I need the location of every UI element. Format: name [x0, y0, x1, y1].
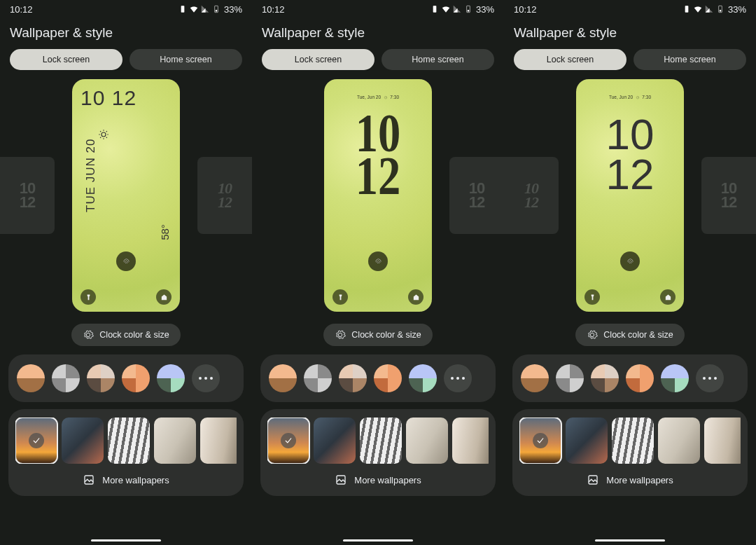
wallpaper-thumb-3[interactable]: [108, 418, 150, 464]
wallpaper-thumb-3[interactable]: [612, 418, 654, 464]
more-wallpapers-button[interactable]: More wallpapers: [519, 474, 741, 486]
more-wallpapers-button[interactable]: More wallpapers: [15, 474, 237, 486]
portrait-lock-icon: [178, 4, 188, 14]
tab-home-screen[interactable]: Home screen: [130, 49, 242, 70]
check-icon: [281, 433, 296, 448]
clock-style-next[interactable]: 1012: [701, 157, 756, 234]
wallpaper-thumb-4[interactable]: [154, 418, 196, 464]
color-swatch-5[interactable]: [409, 364, 437, 392]
clock-time: 10 12: [327, 112, 429, 198]
color-swatch-3[interactable]: [87, 364, 115, 392]
tab-lock-screen[interactable]: Lock screen: [262, 49, 374, 70]
clock-alarm: 7:30: [642, 95, 651, 99]
flashlight-icon: [584, 289, 600, 305]
clock-style-next[interactable]: 1012: [449, 157, 504, 234]
signal-icon: [452, 4, 462, 14]
tab-lock-screen[interactable]: Lock screen: [10, 49, 122, 70]
color-swatch-4[interactable]: [122, 364, 150, 392]
wifi-icon: [189, 4, 199, 14]
tab-home-screen[interactable]: Home screen: [634, 49, 746, 70]
temperature: 58°: [159, 224, 171, 240]
svg-rect-12: [720, 10, 721, 11]
wallpaper-thumb-3[interactable]: [360, 418, 402, 464]
status-time: 10:12: [262, 4, 430, 15]
color-swatch-4[interactable]: [626, 364, 654, 392]
more-wallpapers-button[interactable]: More wallpapers: [267, 474, 489, 486]
more-wallpapers-label: More wallpapers: [606, 475, 673, 485]
clock-date-row: Tue, Jun 20 7:30: [324, 95, 432, 99]
svg-rect-10: [685, 6, 689, 12]
clock-color-size-button[interactable]: Clock color & size: [575, 324, 684, 346]
wallpaper-thumb-1[interactable]: [267, 418, 309, 464]
color-swatch-1[interactable]: [269, 364, 297, 392]
nav-handle[interactable]: [343, 539, 413, 541]
tab-row: Lock screen Home screen: [0, 49, 252, 74]
color-swatch-2[interactable]: [304, 364, 332, 392]
gear-icon: [335, 329, 346, 340]
phone-pane-3: 10:12 33% Wallpaper & style Lock screen …: [504, 0, 756, 545]
wallpaper-thumb-4[interactable]: [658, 418, 700, 464]
wallpaper-thumb-2[interactable]: [566, 418, 608, 464]
nav-handle[interactable]: [595, 539, 665, 541]
lock-footer: [72, 289, 180, 305]
tab-lock-screen[interactable]: Lock screen: [514, 49, 626, 70]
wallpaper-thumb-4[interactable]: [406, 418, 448, 464]
lock-screen-preview[interactable]: Tue, Jun 20 7:30 10 12: [324, 79, 432, 312]
svg-rect-4: [85, 476, 93, 484]
signal-icon: [704, 4, 714, 14]
status-icons: 33%: [430, 4, 494, 15]
clock-color-size-label: Clock color & size: [603, 330, 673, 340]
wallpaper-thumb-2[interactable]: [314, 418, 356, 464]
color-swatch-1[interactable]: [17, 364, 45, 392]
wallpaper-section: More wallpapers: [8, 409, 244, 496]
color-swatch-5[interactable]: [157, 364, 185, 392]
svg-rect-0: [181, 6, 185, 12]
wallpaper-row: [15, 418, 237, 464]
status-icons: 33%: [178, 4, 242, 15]
status-bar: 10:12 33%: [0, 0, 252, 18]
color-swatch-5[interactable]: [661, 364, 689, 392]
clock-preview-carousel[interactable]: Tue, Jun 20 7:30 10 12 1012: [252, 74, 504, 317]
svg-rect-7: [468, 10, 469, 11]
wallpaper-thumb-5[interactable]: [200, 418, 237, 464]
wallpaper-icon: [587, 474, 599, 486]
status-time: 10:12: [514, 4, 682, 15]
tab-home-screen[interactable]: Home screen: [382, 49, 494, 70]
clock-date: Tue, Jun 20: [357, 95, 381, 99]
wallpaper-thumb-1[interactable]: [15, 418, 57, 464]
color-swatch-1[interactable]: [521, 364, 549, 392]
clock-style-prev[interactable]: 1012: [504, 157, 559, 234]
wifi-icon: [693, 4, 703, 14]
color-swatch-2[interactable]: [52, 364, 80, 392]
color-swatch-4[interactable]: [374, 364, 402, 392]
clock-color-size-button[interactable]: Clock color & size: [71, 324, 180, 346]
clock-preview-carousel[interactable]: 1012 10 12 TUE JUN 20 58° 1012: [0, 74, 252, 317]
battery-pct: 33%: [224, 4, 242, 15]
more-colors-button[interactable]: [444, 364, 472, 392]
clock-color-size-button[interactable]: Clock color & size: [323, 324, 432, 346]
alarm-icon: [384, 95, 388, 99]
color-palette: [260, 354, 496, 402]
color-swatch-3[interactable]: [591, 364, 619, 392]
more-colors-button[interactable]: [192, 364, 220, 392]
lock-screen-preview[interactable]: 10 12 TUE JUN 20 58°: [72, 79, 180, 312]
wallpaper-thumb-2[interactable]: [62, 418, 104, 464]
clock-color-size-label: Clock color & size: [351, 330, 421, 340]
wallpaper-thumb-5[interactable]: [452, 418, 489, 464]
wallpaper-section: More wallpapers: [512, 409, 748, 496]
clock-time: 10 12: [576, 114, 684, 194]
wallpaper-thumb-1[interactable]: [519, 418, 561, 464]
color-swatch-3[interactable]: [339, 364, 367, 392]
svg-rect-2: [216, 10, 217, 11]
clock-style-prev[interactable]: 1012: [0, 157, 55, 234]
more-colors-button[interactable]: [696, 364, 724, 392]
tab-row: Lock screen Home screen: [252, 49, 504, 74]
lock-screen-preview[interactable]: Tue, Jun 20 7:30 10 12: [576, 79, 684, 312]
wallpaper-thumb-5[interactable]: [704, 418, 741, 464]
nav-handle[interactable]: [91, 539, 161, 541]
battery-icon: [211, 4, 221, 14]
color-swatch-2[interactable]: [556, 364, 584, 392]
wallpaper-icon: [83, 474, 95, 486]
clock-preview-carousel[interactable]: 1012 Tue, Jun 20 7:30 10 12 1012: [504, 74, 756, 317]
clock-style-next[interactable]: 1012: [197, 157, 252, 234]
